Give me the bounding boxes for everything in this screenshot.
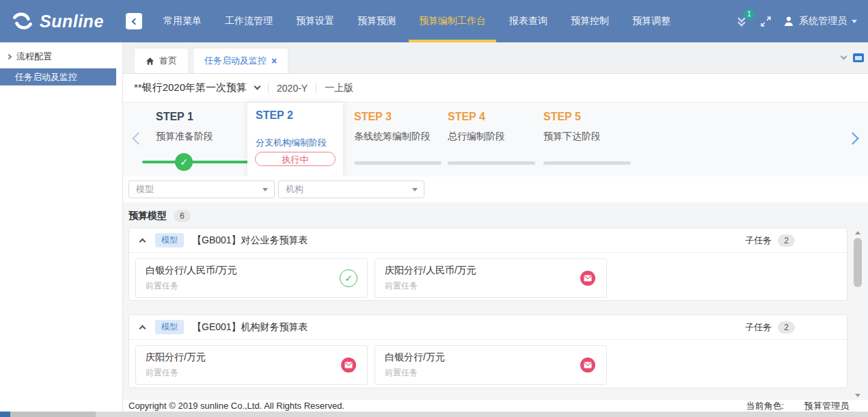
model-group-title: 【GB001】对公业务预算表 (192, 234, 308, 247)
nav-item-budget-setup[interactable]: 预算设置 (284, 0, 346, 42)
fullscreen-icon[interactable] (760, 16, 772, 27)
tab-list-caret-icon[interactable] (841, 53, 847, 60)
scroll-up-icon[interactable] (853, 228, 863, 237)
task-card-list: 白银分行/人民币/万元 前置任务 ✓ 庆阳分行/人民币/万元 前置任务 (129, 253, 847, 298)
user-menu[interactable]: 系统管理员 (783, 15, 857, 27)
divider (268, 83, 269, 93)
subtask-count-badge: 2 (778, 321, 795, 334)
task-subtitle: 前置任务 (385, 280, 418, 292)
subtask-label: 子任务 (745, 234, 772, 247)
select-caret-icon (412, 188, 418, 191)
step-2-card[interactable]: STEP 2 分支机构编制阶段 执行中 (247, 103, 343, 176)
subtask-count-badge: 2 (778, 234, 795, 247)
progress-line (142, 161, 254, 163)
logo-text: Sunline (40, 12, 104, 31)
select-placeholder: 模型 (136, 183, 154, 196)
sunline-logo: Sunline (0, 10, 122, 33)
sidebar-item-label: 任务启动及监控 (15, 71, 77, 83)
horizontal-scroll-thumb[interactable] (10, 412, 96, 417)
step-number: STEP 2 (256, 109, 293, 122)
main-menu: 常用菜单 工作流管理 预算设置 预算预测 预算编制工作台 报表查询 预算控制 预… (152, 0, 682, 42)
step-name: 预算准备阶段 (156, 131, 245, 143)
task-card[interactable]: 庆阳分行/万元 前置任务 (135, 345, 368, 385)
double-chevron-down-icon[interactable]: 1 (736, 14, 748, 28)
status-mail-icon (580, 271, 595, 286)
collapse-icon[interactable] (139, 238, 146, 245)
step-number: STEP 1 (156, 111, 245, 123)
user-name: 系统管理员 (799, 15, 847, 27)
scroll-down-icon[interactable] (853, 390, 863, 400)
user-icon (783, 16, 794, 27)
subtask-counter: 子任务 2 (745, 321, 795, 334)
context-bar: **银行2020年第一次预算 2020-Y 一上版 (123, 74, 868, 103)
task-title: 庆阳分行/万元 (146, 351, 206, 364)
budget-period: 2020-Y (277, 83, 308, 94)
step-status-pill: 执行中 (255, 152, 336, 166)
top-nav-bar: Sunline 常用菜单 工作流管理 预算设置 预算预测 预算编制工作台 报表查… (0, 0, 868, 42)
subtask-counter: 子任务 2 (745, 234, 795, 247)
model-group-header[interactable]: 模型 【GB001】对公业务预算表 子任务 2 (129, 228, 847, 253)
step-5: STEP 5 预算下达阶段 (543, 111, 632, 143)
nav-item-budget-workbench[interactable]: 预算编制工作台 (407, 0, 498, 42)
steps-next-arrow[interactable] (846, 132, 858, 144)
vertical-scrollbar[interactable] (853, 228, 863, 400)
budget-plan-selector[interactable]: **银行2020年第一次预算 (134, 81, 247, 94)
nav-item-report-query[interactable]: 报表查询 (498, 0, 559, 42)
nav-item-common-menu[interactable]: 常用菜单 (152, 0, 213, 42)
tab-bar-tools (841, 42, 868, 73)
nav-item-workflow[interactable]: 工作流管理 (213, 0, 284, 42)
notification-badge[interactable]: 1 (744, 9, 755, 20)
task-card[interactable]: 白银分行/万元 前置任务 (375, 345, 607, 385)
task-subtitle: 前置任务 (146, 367, 178, 379)
sidebar-item-label: 流程配置 (16, 51, 52, 63)
org-filter-select[interactable]: 机构 (278, 180, 424, 198)
step-name: 条线统筹编制阶段 (354, 131, 443, 143)
step-wizard: STEP 1 预算准备阶段 ✓ STEP 2 分支机构编制阶段 执行中 STEP… (123, 103, 868, 176)
sidebar-item-task-monitor[interactable]: 任务启动及监控 (0, 68, 116, 85)
tab-task-monitor[interactable]: 任务启动及监控 × (193, 48, 288, 73)
footer: Copyright © 2019 sunline Co.,Ltd. All Ri… (123, 400, 868, 412)
step-progress-done: ✓ (142, 153, 254, 171)
envelope-icon (584, 362, 592, 368)
steps-prev-arrow[interactable] (132, 132, 144, 144)
main-area: 首页 任务启动及监控 × **银行2020年第一次预算 2020-Y 一上版 (123, 42, 868, 412)
sidebar: 流程配置 任务启动及监控 (0, 42, 123, 412)
sidebar-item-process-config[interactable]: 流程配置 (0, 46, 122, 67)
nav-item-budget-forecast[interactable]: 预算预测 (346, 0, 407, 42)
task-card[interactable]: 白银分行/人民币/万元 前置任务 ✓ (135, 258, 368, 298)
role-label: 当前角色: (746, 400, 784, 412)
check-circle-icon: ✓ (175, 153, 193, 171)
section-header: 预算模型 6 (128, 210, 868, 222)
subtask-label: 子任务 (745, 321, 772, 334)
model-filter-select[interactable]: 模型 (128, 180, 275, 198)
select-caret-icon (262, 188, 268, 191)
window-maximize-icon[interactable] (853, 53, 864, 62)
tab-label: 首页 (159, 55, 177, 67)
divider (316, 83, 316, 93)
model-group-header[interactable]: 模型 【GE001】机构财务预算表 子任务 2 (129, 315, 847, 340)
select-placeholder: 机构 (286, 183, 303, 196)
status-mail-icon (580, 358, 595, 373)
model-group-gb001: 模型 【GB001】对公业务预算表 子任务 2 白银分行/人民币/万元 前置任务… (128, 228, 847, 301)
step-progress-pending (354, 161, 442, 165)
budget-version: 一上版 (325, 82, 353, 94)
collapse-icon[interactable] (139, 325, 146, 332)
status-success-icon: ✓ (340, 269, 357, 287)
task-card[interactable]: 庆阳分行/人民币/万元 前置任务 (375, 258, 607, 298)
nav-item-budget-control[interactable]: 预算控制 (559, 0, 621, 42)
nav-item-budget-adjust[interactable]: 预算调整 (621, 0, 682, 42)
horizontal-scrollbar[interactable] (0, 412, 868, 417)
step-name: 预算下达阶段 (543, 131, 632, 143)
filter-bar: 模型 机构 (123, 176, 868, 202)
sidebar-collapse-button[interactable] (126, 13, 142, 29)
task-subtitle: 前置任务 (385, 367, 418, 379)
chevron-left-icon (132, 18, 139, 25)
tab-home[interactable]: 首页 (134, 48, 189, 73)
chevron-down-icon[interactable] (254, 83, 261, 90)
close-tab-icon[interactable]: × (271, 56, 277, 66)
vertical-scroll-thumb[interactable] (854, 238, 862, 287)
content-area: 预算模型 6 模型 【GB001】对公业务预算表 子任务 2 白银分行/人民币/… (123, 202, 868, 400)
step-number: STEP 5 (543, 111, 632, 123)
task-title: 白银分行/万元 (385, 351, 445, 364)
step-progress-pending (543, 161, 631, 165)
